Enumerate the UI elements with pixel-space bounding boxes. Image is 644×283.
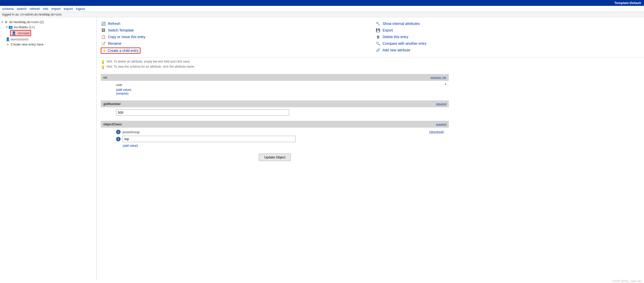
compare-action[interactable]: 🔍 Compare with another entry: [376, 40, 640, 47]
attr-cn-tags: required, rdn: [431, 76, 446, 79]
switch-template-link[interactable]: Switch Template: [108, 28, 134, 32]
nav-search[interactable]: search: [17, 7, 27, 11]
tree-root[interactable]: ▼ 🖥 dc=testldap,dc=com (2): [1, 19, 95, 24]
add-attribute-action[interactable]: 🔗 Add new attribute: [376, 47, 640, 53]
objectclass-top-input[interactable]: [123, 136, 296, 142]
info-icon-posixgroup[interactable]: i: [116, 130, 121, 134]
copy-move-action[interactable]: 📋 Copy or move this entry: [101, 34, 365, 40]
left-actions: 🔄 Refresh 🖼 Switch Template 📋 Copy or mo…: [101, 20, 365, 54]
main-layout: ▼ 🖥 dc=testldap,dc=com (2) ▼ 👥 ou=Baidu …: [0, 17, 644, 280]
switch-template-action[interactable]: 🖼 Switch Template: [101, 27, 365, 34]
wrench-icon: 🔧: [376, 21, 381, 26]
export-action[interactable]: 💾 Export: [376, 27, 640, 34]
tree-root-label: dc=testldap,dc=com (2): [9, 20, 44, 24]
create-child-link[interactable]: Create a child entry: [108, 49, 138, 53]
nav-bar: schema search refresh info import export…: [0, 6, 644, 12]
attr-cn-value: user: [116, 83, 444, 87]
copy-move-link[interactable]: Copy or move this entry: [108, 35, 146, 39]
attr-gidnumber-content: [101, 107, 449, 117]
compare-icon: 🔍: [376, 41, 381, 46]
attr-cn-asterisk: *: [445, 83, 446, 87]
attr-header-objectclass: objectClass required: [101, 121, 449, 128]
hint-1: 💡 Hint: To delete an attribute, empty th…: [101, 60, 640, 64]
attr-header-gidnumber: gidNumber required: [101, 100, 449, 107]
person-icon: 👤: [12, 31, 16, 35]
right-actions: 🔧 Show internal attributes 💾 Export 🗑 De…: [376, 20, 640, 54]
star-icon: ★: [6, 42, 10, 46]
nav-export[interactable]: export: [64, 7, 73, 11]
nav-info[interactable]: info: [43, 7, 48, 11]
action-area: 🔄 Refresh 🖼 Switch Template 📋 Copy or mo…: [97, 17, 644, 58]
refresh-icon: 🔄: [101, 21, 106, 26]
attr-block-objectclass: objectClass required i posixGroup (struc…: [101, 121, 449, 148]
switch-template-icon: 🖼: [101, 28, 106, 33]
bulb-icon-2: 💡: [101, 65, 105, 69]
create-child-action[interactable]: ★ Create a child entry: [101, 47, 365, 54]
refresh-action[interactable]: 🔄 Refresh: [101, 20, 365, 27]
update-object-button[interactable]: Update Object: [259, 154, 291, 161]
nav-refresh[interactable]: refresh: [30, 7, 40, 11]
attr-cn-rename[interactable]: (rename): [116, 92, 128, 95]
person-group-icon: 👥: [9, 25, 13, 29]
attr-gidnumber-tags: required: [436, 102, 446, 106]
footer-watermark: CSDN @Sky_ light rain: [612, 279, 641, 282]
hint-area: 💡 Hint: To delete an attribute, empty th…: [97, 58, 644, 72]
template-label: Template:: [614, 1, 630, 5]
attr-gidnumber-name[interactable]: gidNumber: [103, 102, 121, 106]
export-link[interactable]: Export: [383, 28, 393, 32]
nav-logout[interactable]: logout: [76, 7, 85, 11]
attr-cn-add-value[interactable]: (add value): [116, 88, 131, 92]
tree-cn-user[interactable]: 👤 cn=user: [10, 29, 95, 37]
show-internal-action[interactable]: 🔧 Show internal attributes: [376, 20, 640, 27]
attr-objectclass-tags: required: [436, 123, 446, 126]
tree-ou2[interactable]: 👤 ou= ■■■■■■: [6, 37, 95, 42]
attr-cn-name[interactable]: cn: [103, 76, 107, 79]
update-button-container: Update Object: [101, 154, 449, 161]
attributes-area: cn required, rdn * user (add value) (ren…: [97, 72, 453, 168]
add-attribute-link[interactable]: Add new attribute: [383, 48, 410, 52]
tree-ou-baidu[interactable]: ▼ 👥 ou=Baidu (1+): [6, 24, 95, 29]
objectclass-posixgroup-value: posixGroup: [123, 130, 139, 134]
hint-2: 💡 Hint: To view the schema for an attrib…: [101, 65, 640, 69]
compare-link[interactable]: Compare with another entry: [383, 41, 427, 46]
info-icon-top[interactable]: i: [116, 137, 121, 141]
cn-user-selected: 👤 cn=user: [10, 30, 31, 36]
rename-link[interactable]: Rename: [108, 41, 121, 46]
structural-tag: (structural): [429, 130, 444, 134]
template-value: Default: [630, 1, 641, 5]
expand-icon: ▼: [1, 21, 4, 23]
attr-cn-content: * user (add value) (rename): [101, 81, 449, 96]
expand-baidu-icon: ▼: [6, 26, 8, 28]
bulb-icon-1: 💡: [101, 60, 105, 64]
logged-in-bar: logged in as: cn=admin,dc=testldap,dc=co…: [0, 12, 644, 17]
nav-import[interactable]: import: [51, 7, 61, 11]
export-icon: 💾: [376, 28, 381, 33]
objectclass-posixgroup-row: i posixGroup (structural): [116, 130, 444, 134]
rename-action[interactable]: 📝 Rename: [101, 40, 365, 47]
copy-icon: 📋: [101, 34, 106, 39]
objectclass-top-row: i: [116, 136, 444, 142]
hint-2-text: Hint: To view the schema for an attribut…: [107, 65, 195, 68]
nav-schema[interactable]: schema: [2, 7, 14, 11]
attr-gidnumber-input[interactable]: [116, 109, 289, 116]
tree-create-new[interactable]: ★ Create new entry here: [6, 42, 95, 47]
person-group2-icon: 👤: [6, 37, 10, 41]
delete-action[interactable]: 🗑 Delete this entry: [376, 34, 640, 40]
objectclass-add-value[interactable]: (add value): [123, 144, 138, 147]
show-internal-link[interactable]: Show internal attributes: [383, 22, 420, 26]
add-attr-icon: 🔗: [376, 48, 381, 53]
rename-icon: 📝: [101, 41, 106, 46]
attr-objectclass-content: i posixGroup (structural) i (add value): [101, 128, 449, 148]
delete-icon: 🗑: [376, 34, 381, 39]
attr-cn-links: (add value) (rename): [116, 88, 444, 95]
delete-link[interactable]: Delete this entry: [383, 35, 408, 39]
ou2-blurred: ■■■■■■: [16, 37, 28, 41]
refresh-link[interactable]: Refresh: [108, 22, 120, 26]
attr-objectclass-name[interactable]: objectClass: [103, 122, 122, 126]
folder-icon: 🖥: [4, 20, 8, 24]
top-bar: Template: Default: [0, 0, 644, 6]
create-child-highlight[interactable]: ★ Create a child entry: [101, 48, 140, 54]
objectclass-add-value-container: (add value): [116, 144, 444, 147]
logged-in-text: logged in as: cn=admin,dc=testldap,dc=co…: [2, 13, 62, 16]
tree-ou-baidu-label: ou=Baidu (1+): [14, 25, 35, 29]
